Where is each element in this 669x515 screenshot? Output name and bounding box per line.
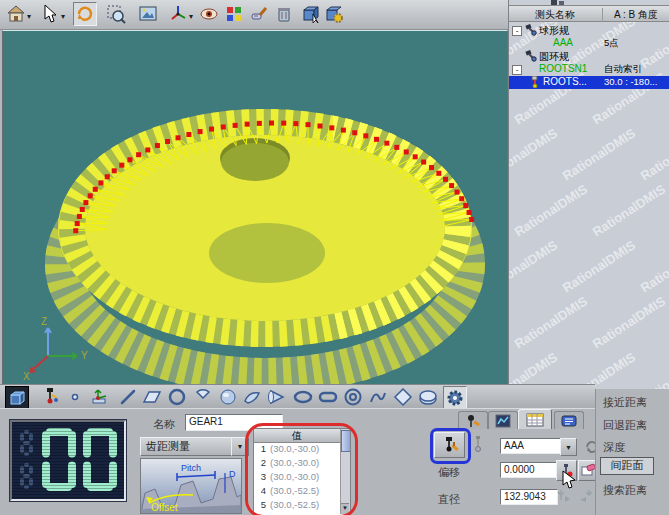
value-table-row[interactable]: 5(30.0,-52.5) — [254, 499, 340, 513]
view-options-icon[interactable] — [198, 3, 220, 25]
pitch-label: Pitch — [181, 463, 201, 473]
ellipse-icon[interactable] — [292, 386, 314, 408]
fit-view-icon[interactable] — [137, 3, 159, 25]
depth-label: 深度 — [603, 440, 625, 455]
value-table-row[interactable]: 3(30.0,-30.0) — [254, 471, 340, 485]
gear-model-canvas: ZYX — [3, 31, 507, 385]
torus-icon[interactable] — [342, 386, 364, 408]
coordinate-system-dropdown-arrow[interactable]: ▾ — [189, 12, 193, 21]
offset-label: 偏移 — [438, 465, 460, 480]
name-label: 名称 — [153, 417, 175, 432]
method-select[interactable]: 齿距测量 — [140, 437, 237, 456]
value-column-header: 值 — [254, 429, 340, 443]
probe-teach-icon[interactable] — [39, 386, 61, 408]
slot-icon[interactable] — [317, 386, 339, 408]
probe-icon — [525, 50, 537, 64]
tab-graph-view[interactable] — [488, 411, 518, 429]
arc-icon[interactable] — [192, 386, 214, 408]
main-toolbar: ▾▾▾ — [0, 0, 508, 30]
rhombus-icon[interactable] — [392, 386, 414, 408]
spacing-plane-field[interactable]: 间距面 — [600, 457, 654, 475]
gear-icon[interactable] — [443, 386, 467, 410]
zoom-region-icon[interactable] — [105, 3, 127, 25]
tree-item-label: 球形规 — [539, 24, 569, 38]
solid-view-icon[interactable] — [5, 386, 29, 410]
measure-offset-button[interactable] — [556, 460, 577, 481]
point-icon[interactable] — [64, 386, 86, 408]
d-label: D — [229, 469, 236, 479]
value-table-row[interactable]: 1(30.0,-30.0) — [254, 443, 340, 457]
approach-distance-label: 接近距离 — [603, 395, 647, 410]
viewport-3d[interactable]: ZYX — [2, 30, 508, 386]
surface-icon[interactable] — [241, 386, 263, 408]
probe-combo[interactable]: AAA — [500, 438, 564, 454]
tab-probe-calibrate[interactable] — [458, 411, 488, 429]
colors-icon[interactable] — [223, 3, 245, 25]
tree-item-label: 圆环规 — [539, 50, 569, 64]
probe-tree-row[interactable]: AAA5点 — [509, 37, 669, 50]
probe-back-icon — [577, 488, 595, 504]
circle-icon[interactable] — [166, 386, 188, 408]
render-tools-icon[interactable] — [248, 3, 270, 25]
offset-input[interactable]: 0.0000 — [500, 462, 558, 478]
search-distance-label: 搜索距离 — [603, 483, 647, 498]
probe-red-icon — [529, 76, 541, 90]
probe-combo-arrow[interactable]: ▼ — [560, 438, 577, 456]
method-select-arrow[interactable]: ▼ — [231, 437, 249, 456]
select-icon[interactable] — [39, 3, 61, 25]
probe-tree-row[interactable]: -ROOTSN1自动索引 — [509, 63, 669, 76]
value-table-row[interactable]: 2(30.0,-30.0) — [254, 457, 340, 471]
probe-panel: RationalDMISRationalDMISRationalDMISRati… — [508, 0, 669, 390]
tree-item-label: ROOTS... — [543, 76, 587, 87]
sphere-icon[interactable] — [217, 386, 239, 408]
tree-item-value: 30.0 : -180... — [604, 76, 657, 87]
cone-icon[interactable] — [266, 386, 288, 408]
path-params-panel: 接近距离 回退距离 深度 间距面 搜索距离 — [595, 389, 669, 515]
scrollbar-down-arrow[interactable]: ▼ — [341, 503, 349, 514]
tree-item-label: AAA — [553, 37, 573, 48]
probe-tree-row[interactable]: -球形规 — [509, 24, 669, 37]
probe-manager-button[interactable] — [434, 432, 465, 458]
solid-select-icon[interactable] — [300, 3, 322, 25]
tree-expand-box[interactable]: - — [512, 65, 522, 75]
probe-tree-header: 测头名称 A : B 角度 — [509, 5, 669, 22]
tree-expand-box[interactable]: - — [512, 26, 522, 36]
point-counter-display — [10, 420, 126, 501]
tree-item-value: 自动索引 — [604, 63, 642, 76]
cylinder-icon[interactable] — [417, 386, 439, 408]
plane-icon[interactable] — [141, 386, 163, 408]
rotate-icon[interactable] — [73, 2, 97, 26]
tree-item-label: ROOTSN1 — [539, 63, 587, 74]
axis-z-label: Z — [41, 316, 47, 327]
axis-x-label: X — [23, 371, 30, 382]
value-table-row[interactable]: 4(30.0,-52.5) — [254, 485, 340, 499]
probe-tree-row[interactable]: 圆环规 — [509, 50, 669, 63]
offset-label-diagram: Offset — [151, 502, 178, 513]
tab-report-view[interactable] — [554, 411, 584, 429]
table-scrollbar[interactable]: ▼ — [340, 429, 350, 514]
pitch-diagram: Pitch D Offset — [140, 458, 242, 514]
probe-tree-row[interactable]: ROOTS...30.0 : -180... — [509, 76, 669, 89]
tree-item-value: 5点 — [604, 37, 619, 50]
column-probe-name: 测头名称 — [509, 8, 601, 22]
point-value-table: 值 1(30.0,-30.0)2(30.0,-30.0)3(30.0,-30.0… — [253, 428, 351, 515]
home-dropdown-arrow[interactable]: ▾ — [27, 12, 31, 21]
axis-y-label: Y — [81, 350, 88, 361]
point-vector-icon[interactable] — [89, 386, 111, 408]
probe-icon — [525, 24, 537, 38]
feature-toolbar — [0, 384, 595, 409]
delete-icon[interactable] — [273, 3, 295, 25]
solid-settings-icon[interactable] — [323, 3, 345, 25]
line-icon[interactable] — [117, 386, 139, 408]
scrollbar-thumb[interactable] — [341, 430, 351, 452]
home-icon[interactable] — [5, 3, 27, 25]
select-dropdown-arrow[interactable]: ▾ — [61, 12, 65, 21]
coordinate-system-icon[interactable] — [167, 3, 189, 25]
diameter-input[interactable]: 132.9043 — [500, 489, 558, 505]
probe-forward-icon — [555, 488, 573, 504]
diameter-label: 直径 — [438, 492, 460, 507]
tab-table-view[interactable] — [518, 409, 552, 429]
column-ab-angle: A : B 角度 — [602, 8, 669, 22]
application-window: ▾▾▾ ZYX RationalDMISRationalDMISRational… — [0, 0, 669, 515]
curve-icon[interactable] — [367, 386, 389, 408]
